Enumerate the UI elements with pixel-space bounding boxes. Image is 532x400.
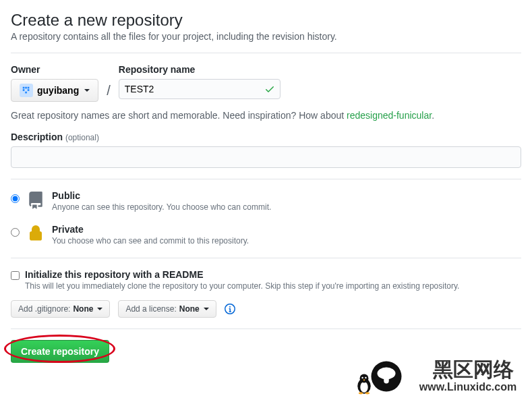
divider bbox=[11, 179, 521, 179]
hint-suffix: . bbox=[432, 110, 434, 121]
license-select-button[interactable]: Add a license: None bbox=[118, 300, 216, 318]
page-title: Create a new repository bbox=[11, 11, 521, 30]
info-icon[interactable] bbox=[225, 304, 235, 314]
penguin-icon bbox=[355, 372, 373, 374]
lock-icon bbox=[26, 224, 45, 241]
private-radio[interactable] bbox=[11, 228, 20, 237]
watermark-text-1: 黑区网络 bbox=[396, 356, 532, 374]
gitignore-select-button[interactable]: Add .gitignore: None bbox=[11, 300, 110, 318]
svg-rect-0 bbox=[23, 87, 25, 89]
repo-public-icon bbox=[26, 190, 45, 209]
owner-label: Owner bbox=[11, 64, 98, 75]
owner-avatar-icon bbox=[20, 84, 33, 97]
svg-rect-5 bbox=[25, 92, 27, 94]
svg-rect-2 bbox=[28, 87, 30, 89]
description-label: Description (optional) bbox=[11, 132, 521, 142]
owner-select-button[interactable]: guyibang bbox=[11, 79, 98, 102]
slash-separator: / bbox=[104, 64, 113, 98]
owner-name: guyibang bbox=[37, 85, 79, 96]
private-desc: You choose who can see and commit to thi… bbox=[52, 236, 249, 246]
readme-checkbox[interactable] bbox=[11, 271, 20, 280]
gitignore-value: None bbox=[73, 304, 93, 314]
svg-rect-3 bbox=[23, 89, 25, 91]
check-icon bbox=[264, 84, 275, 97]
chevron-down-icon bbox=[97, 308, 102, 310]
name-hint: Great repository names are short and mem… bbox=[11, 110, 521, 121]
description-input[interactable] bbox=[11, 146, 521, 168]
repo-name-input[interactable] bbox=[119, 79, 280, 99]
readme-desc: This will let you immediately clone the … bbox=[25, 281, 459, 291]
public-desc: Anyone can see this repository. You choo… bbox=[52, 202, 271, 212]
public-radio[interactable] bbox=[11, 194, 20, 203]
readme-title: Initialize this repository with a README bbox=[25, 269, 459, 280]
svg-rect-1 bbox=[25, 87, 27, 89]
chevron-down-icon bbox=[84, 89, 90, 92]
repo-name-label: Repository name bbox=[119, 64, 280, 75]
hint-prefix: Great repository names are short and mem… bbox=[11, 110, 347, 121]
page-subtitle: A repository contains all the files for … bbox=[11, 31, 521, 42]
gitignore-prefix: Add .gitignore: bbox=[18, 304, 70, 314]
divider bbox=[11, 258, 521, 258]
suggestion-link[interactable]: redesigned-funicular bbox=[347, 110, 432, 121]
license-prefix: Add a license: bbox=[125, 304, 176, 314]
create-repository-button[interactable]: Create repository bbox=[11, 340, 109, 363]
private-title: Private bbox=[52, 224, 249, 235]
divider bbox=[11, 328, 521, 329]
optional-text: (optional) bbox=[65, 133, 99, 142]
svg-rect-4 bbox=[28, 89, 30, 91]
public-title: Public bbox=[52, 190, 271, 201]
divider bbox=[11, 53, 521, 53]
license-value: None bbox=[179, 304, 200, 314]
chevron-down-icon bbox=[204, 308, 209, 310]
